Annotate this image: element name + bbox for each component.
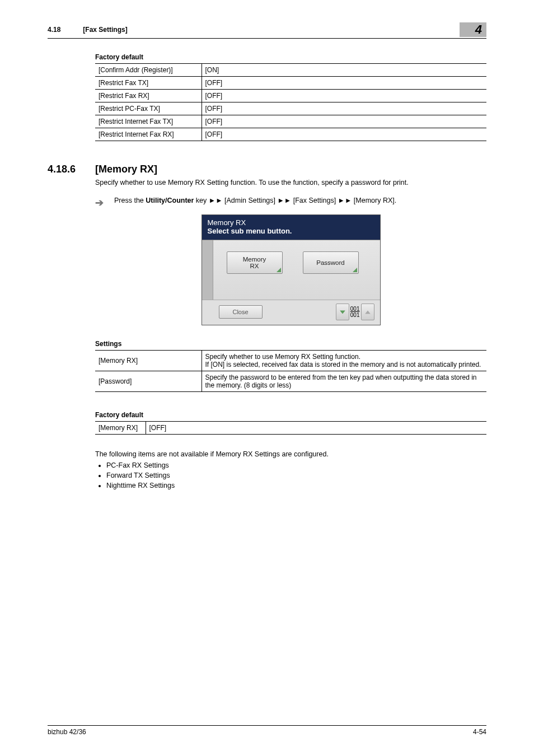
password-button[interactable]: Password [303, 251, 359, 274]
section-number: 4.18.6 [48, 164, 95, 175]
list-item: PC-Fax RX Settings [106, 461, 486, 469]
screenshot-subtitle: Select sub menu button. [208, 227, 374, 235]
table-row: [Memory RX][OFF] [95, 422, 486, 435]
table-row: [Memory RX]Specify whether to use Memory… [95, 351, 486, 371]
table-row: [Restrict Fax RX][OFF] [95, 90, 486, 102]
factory-default-table-1: [Confirm Addr (Register)][ON] [Restrict … [95, 63, 486, 141]
table-row: [Confirm Addr (Register)][ON] [95, 64, 486, 77]
corner-icon [353, 268, 357, 272]
step-text: Press the Utility/Counter key ►► [Admin … [114, 197, 396, 204]
note-text: The following items are not available if… [95, 450, 486, 458]
page-counter: 001 001 [350, 306, 360, 318]
footer-right: 4-54 [473, 728, 486, 736]
arrow-right-icon: ➔ [95, 197, 114, 209]
bullet-list: PC-Fax RX Settings Forward TX Settings N… [106, 461, 486, 489]
list-item: Forward TX Settings [106, 472, 486, 479]
corner-icon [277, 268, 281, 272]
table-row: [Restrict Fax TX][OFF] [95, 77, 486, 90]
chapter-badge: 4 [460, 22, 486, 37]
close-button[interactable]: Close [219, 305, 263, 319]
device-screenshot: Memory RX Select sub menu button. Memory… [202, 214, 381, 325]
list-item: Nighttime RX Settings [106, 482, 486, 489]
table-row: [Restrict Internet Fax TX][OFF] [95, 115, 486, 128]
table-row: [Restrict PC-Fax TX][OFF] [95, 102, 486, 115]
table2-title: Settings [95, 340, 486, 348]
table3-title: Factory default [95, 411, 486, 419]
section-paragraph: Specify whether to use Memory RX Setting… [95, 179, 486, 186]
page-down-button[interactable] [336, 304, 349, 320]
table1-title: Factory default [95, 53, 486, 61]
table-row: [Password]Specify the password to be ent… [95, 371, 486, 392]
procedure-step: ➔ Press the Utility/Counter key ►► [Admi… [95, 197, 486, 209]
header-section-title: [Fax Settings] [83, 26, 127, 34]
page-footer: bizhub 42/36 4-54 [48, 725, 486, 736]
factory-default-table-2: [Memory RX][OFF] [95, 421, 486, 435]
settings-table: [Memory RX]Specify whether to use Memory… [95, 350, 486, 392]
table-row: [Restrict Internet Fax RX][OFF] [95, 128, 486, 141]
page-header: 4.18 [Fax Settings] 4 [48, 22, 486, 39]
header-section-num: 4.18 [48, 26, 81, 34]
screenshot-title: Memory RX [208, 218, 374, 227]
section-heading: 4.18.6 [Memory RX] [48, 164, 486, 175]
memory-rx-button[interactable]: Memory RX [227, 251, 283, 274]
section-title: [Memory RX] [95, 164, 157, 175]
footer-left: bizhub 42/36 [48, 728, 86, 736]
page-up-button[interactable] [361, 304, 374, 320]
